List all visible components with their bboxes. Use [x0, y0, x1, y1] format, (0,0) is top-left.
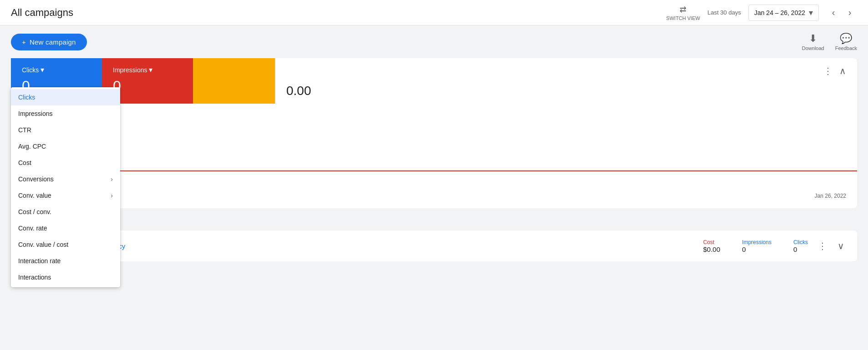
campaign-metrics: Cost $0.00 Impressions 0 Clicks 0: [703, 239, 808, 253]
clicks-chevron-icon: ▾: [41, 65, 44, 74]
metric-tab-orange[interactable]: [193, 58, 275, 104]
dropdown-item-impressions[interactable]: Impressions: [11, 105, 120, 122]
dropdown-item-cost-conv[interactable]: Cost / conv.: [11, 204, 120, 220]
clicks-tab-label: Clicks ▾: [22, 65, 91, 74]
date-range-prefix: Last 30 days: [707, 9, 741, 16]
campaigns-section-title: Campaigns: [11, 215, 857, 225]
date-range-selector[interactable]: Jan 24 – 26, 2022 ▾: [748, 5, 819, 21]
feedback-button[interactable]: 💬 Feedback: [835, 33, 857, 51]
white-metric-value: 0.00: [275, 82, 857, 100]
dropdown-item-interactions[interactable]: Interactions: [11, 269, 120, 285]
chevron-right-icon: ›: [111, 175, 113, 183]
cost-value: $0.00: [703, 245, 721, 253]
clicks-dropdown-menu: Clicks Impressions CTR Avg. CPC Cost: [11, 87, 120, 287]
date-range-value: Jan 24 – 26, 2022: [754, 9, 805, 16]
table-row: 📊 Creative Marketing Agency Cost $0.00 I…: [11, 230, 857, 261]
download-label: Download: [802, 45, 824, 51]
dropdown-item-conv-value-cost[interactable]: Conv. value / cost: [11, 236, 120, 253]
chart-date-end: Jan 26, 2022: [815, 193, 846, 199]
chevron-right-icon-2: ›: [111, 192, 113, 199]
campaign-metric-impressions: Impressions 0: [742, 239, 772, 253]
dropdown-item-avg-cpc[interactable]: Avg. CPC: [11, 138, 120, 155]
campaign-actions: ⋮ ∨: [815, 239, 848, 253]
new-campaign-label: New campaign: [30, 38, 76, 46]
nav-arrows: ‹ ›: [826, 5, 857, 20]
dropdown-item-cost[interactable]: Cost: [11, 155, 120, 171]
clicks-value: 0: [793, 245, 797, 253]
campaigns-section: Campaigns 📊 Creative Marketing Agency Co…: [11, 215, 857, 261]
chart-svg: [11, 107, 857, 189]
dropdown-item-conv-rate[interactable]: Conv. rate: [11, 220, 120, 236]
prev-arrow-button[interactable]: ‹: [826, 5, 841, 20]
feedback-label: Feedback: [835, 45, 857, 51]
dropdown-item-clicks[interactable]: Clicks: [11, 89, 120, 105]
download-icon: ⬇: [809, 33, 817, 45]
plus-icon: +: [22, 38, 26, 46]
campaign-name[interactable]: Creative Marketing Agency: [44, 242, 696, 250]
metric-tab-area: Clicks ▾ 0 Clicks Impressions CTR: [11, 58, 857, 104]
dropdown-item-conv-value[interactable]: Conv. value ›: [11, 187, 120, 204]
feedback-icon: 💬: [840, 33, 852, 45]
switch-view-button[interactable]: ⇄ SWITCH VIEW: [666, 5, 700, 21]
next-arrow-button[interactable]: ›: [843, 5, 857, 20]
top-bar-right: ⇄ SWITCH VIEW Last 30 days Jan 24 – 26, …: [666, 5, 857, 21]
dropdown-item-interaction-rate[interactable]: Interaction rate: [11, 253, 120, 269]
impressions-value: 0: [742, 245, 746, 253]
cost-label: Cost: [703, 239, 715, 245]
chart-card: Clicks ▾ 0 Clicks Impressions CTR: [11, 58, 857, 208]
top-bar: All campaigns ⇄ SWITCH VIEW Last 30 days…: [0, 0, 868, 25]
chart-top-controls: ⋮ ∧: [275, 58, 857, 78]
chart-collapse-button[interactable]: ∧: [835, 64, 850, 78]
impressions-chevron-icon: ▾: [149, 65, 152, 74]
download-button[interactable]: ⬇ Download: [802, 33, 824, 51]
campaign-metric-cost: Cost $0.00: [703, 239, 721, 253]
action-bar: + New campaign ⬇ Download 💬 Feedback: [11, 33, 857, 51]
campaign-more-button[interactable]: ⋮: [815, 239, 830, 253]
metric-tab-clicks[interactable]: Clicks ▾ 0 Clicks Impressions CTR: [11, 58, 102, 104]
impressions-tab-value: 0: [113, 78, 182, 95]
action-bar-right: ⬇ Download 💬 Feedback: [802, 33, 857, 51]
campaign-expand-button[interactable]: ∨: [833, 239, 848, 253]
impressions-label: Impressions: [742, 239, 772, 245]
chart-more-button[interactable]: ⋮: [821, 64, 835, 78]
dropdown-item-conversions[interactable]: Conversions ›: [11, 171, 120, 187]
new-campaign-button[interactable]: + New campaign: [11, 34, 87, 50]
page-title: All campaigns: [11, 7, 73, 19]
main-content: + New campaign ⬇ Download 💬 Feedback Cli…: [0, 25, 868, 269]
clicks-label: Clicks: [793, 239, 808, 245]
dropdown-item-ctr[interactable]: CTR: [11, 122, 120, 138]
switch-view-label: SWITCH VIEW: [666, 15, 700, 21]
switch-view-icon: ⇄: [680, 5, 686, 15]
chevron-down-icon: ▾: [809, 8, 813, 18]
chart-right-panel: ⋮ ∧ 0.00: [275, 58, 857, 104]
impressions-tab-label: Impressions ▾: [113, 65, 182, 74]
chart-body: Jan 24, 2022 Jan 26, 2022: [11, 104, 857, 208]
white-metric-label: [275, 78, 857, 82]
campaign-metric-clicks: Clicks 0: [793, 239, 808, 253]
